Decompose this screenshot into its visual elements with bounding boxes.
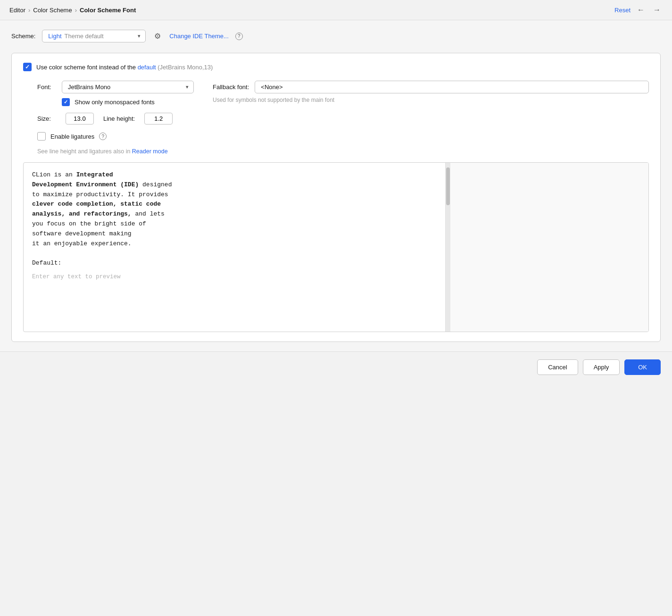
scheme-gear-button[interactable]: ⚙ (152, 30, 163, 42)
fallback-font-dropdown[interactable]: <None> (255, 81, 649, 93)
bottom-bar: Cancel Apply OK (0, 351, 672, 383)
preview-text[interactable]: CLion is an Integrated Development Envir… (24, 163, 446, 332)
preview-line7: software development making (32, 229, 437, 239)
ok-button[interactable]: OK (624, 359, 661, 375)
breadcrumb-color-scheme[interactable]: Color Scheme (33, 7, 72, 14)
fallback-row: Fallback font: <None> (213, 81, 649, 93)
scheme-name-blue: Light (48, 33, 61, 40)
main-content: Scheme: Light Theme default ▾ ⚙ Change I… (0, 20, 672, 351)
back-button[interactable]: ← (635, 6, 647, 14)
preview-blank (32, 249, 437, 258)
monospace-row: Show only monospaced fonts (62, 98, 194, 106)
use-color-scheme-checkbox[interactable] (23, 63, 32, 71)
cancel-button[interactable]: Cancel (537, 359, 578, 375)
ligatures-help-icon[interactable]: ? (99, 133, 107, 140)
preview-area: CLion is an Integrated Development Envir… (23, 162, 649, 332)
font-label: Font: (37, 83, 56, 91)
preview-scrollbar-thumb[interactable] (446, 167, 450, 205)
change-theme-link[interactable]: Change IDE Theme... (169, 33, 229, 40)
use-color-scheme-after: (JetBrains Mono,13) (156, 64, 213, 71)
preview-right-panel (450, 163, 648, 332)
settings-panel: Use color scheme font instead of the def… (11, 53, 661, 342)
see-note-text: See line height and ligatures also in (37, 148, 132, 155)
breadcrumb-editor[interactable]: Editor (9, 7, 25, 14)
preview-enter-text: Enter any text to preview (32, 272, 437, 282)
see-note: See line height and ligatures also in Re… (37, 148, 649, 155)
preview-default-label: Default: (32, 258, 437, 268)
ligatures-row: Enable ligatures ? (37, 132, 649, 141)
forward-button[interactable]: → (651, 6, 663, 14)
preview-line4: clever code completion, static code (32, 200, 437, 209)
fallback-font-value: <None> (261, 83, 282, 91)
breadcrumb-sep2: › (75, 7, 77, 14)
default-link[interactable]: default (138, 64, 156, 71)
reader-mode-link[interactable]: Reader mode (132, 148, 168, 155)
scheme-row: Scheme: Light Theme default ▾ ⚙ Change I… (11, 30, 661, 42)
font-value: JetBrains Mono (68, 83, 110, 91)
font-section: Font: JetBrains Mono ▾ Show only monospa… (37, 81, 194, 125)
fallback-section: Fallback font: <None> Used for symbols n… (213, 81, 649, 104)
breadcrumb-actions: Reset ← → (614, 6, 663, 14)
scheme-dropdown[interactable]: Light Theme default ▾ (42, 30, 146, 42)
reset-button[interactable]: Reset (614, 7, 631, 14)
preview-scrollbar[interactable] (446, 163, 450, 332)
ligatures-checkbox[interactable] (37, 132, 46, 141)
font-dropdown[interactable]: JetBrains Mono ▾ (62, 81, 194, 93)
lineheight-input[interactable] (144, 113, 173, 125)
font-fallback-row: Font: JetBrains Mono ▾ Show only monospa… (37, 81, 649, 125)
size-label: Size: (37, 115, 56, 122)
monospace-checkbox[interactable] (62, 98, 70, 106)
fallback-font-label: Fallback font: (213, 83, 249, 91)
size-input[interactable] (66, 113, 94, 125)
scheme-name-gray: Theme default (65, 33, 104, 40)
preview-line6: you focus on the bright side of (32, 219, 437, 229)
preview-line8: it an enjoyable experience. (32, 239, 437, 249)
preview-line1: CLion is an Integrated (32, 170, 437, 180)
scheme-label: Scheme: (11, 33, 35, 40)
monospace-label: Show only monospaced fonts (75, 99, 155, 106)
apply-button[interactable]: Apply (583, 359, 620, 375)
breadcrumb-bar: Editor › Color Scheme › Color Scheme Fon… (0, 0, 672, 20)
breadcrumb-font: Color Scheme Font (80, 7, 136, 14)
use-color-scheme-before: Use color scheme font instead of the (36, 64, 138, 71)
size-row: Size: Line height: (37, 113, 194, 125)
preview-line2: Development Environment (IDE) designed (32, 180, 437, 190)
breadcrumb: Editor › Color Scheme › Color Scheme Fon… (9, 7, 136, 14)
use-color-scheme-row: Use color scheme font instead of the def… (23, 63, 649, 71)
fallback-font-note: Used for symbols not supported by the ma… (213, 96, 345, 104)
preview-line3: to maximize productivity. It provides (32, 190, 437, 200)
ligatures-label: Enable ligatures (50, 133, 94, 140)
change-theme-help-icon[interactable]: ? (235, 33, 243, 40)
use-color-scheme-text: Use color scheme font instead of the def… (36, 64, 213, 71)
font-dropdown-chevron: ▾ (186, 84, 189, 90)
font-row: Font: JetBrains Mono ▾ (37, 81, 194, 93)
scheme-dropdown-chevron: ▾ (138, 33, 141, 39)
breadcrumb-sep1: › (28, 7, 30, 14)
preview-line5: analysis, and refactorings, and lets (32, 209, 437, 219)
lineheight-label: Line height: (103, 115, 135, 122)
